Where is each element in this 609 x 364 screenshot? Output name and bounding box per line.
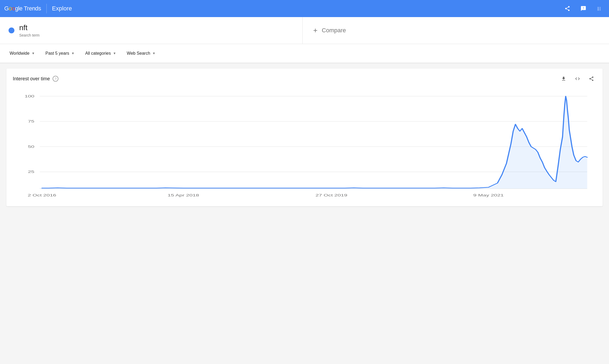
chart-area-fill <box>40 96 587 189</box>
y-label-25: 25 <box>28 170 34 174</box>
chart-header: Interest over time ? <box>6 69 603 88</box>
search-term-box[interactable]: nft Search term <box>0 17 303 44</box>
feedback-icon[interactable] <box>578 3 589 14</box>
header-divider <box>46 4 47 13</box>
apps-icon[interactable] <box>594 3 605 14</box>
google-trends-logo[interactable]: Google Trends <box>4 5 41 12</box>
x-label-2019: 27 Oct 2019 <box>315 193 347 197</box>
chart-title-area: Interest over time ? <box>13 76 58 82</box>
logo-text: Google Trends <box>4 5 41 12</box>
y-label-50: 50 <box>28 145 34 149</box>
interest-over-time-card: Interest over time ? <box>6 69 603 206</box>
header-icons <box>562 3 605 14</box>
location-chevron-icon: ▼ <box>31 52 35 55</box>
x-label-2018: 15 Apr 2018 <box>168 193 199 197</box>
chart-help-icon[interactable]: ? <box>53 76 58 82</box>
compare-label: Compare <box>322 27 346 34</box>
search-type-filter-label: Web Search <box>127 51 150 56</box>
chart-container: 100 75 50 25 2 Oct 2016 15 Apr 2018 27 O… <box>6 88 603 206</box>
location-filter[interactable]: Worldwide ▼ <box>5 48 39 58</box>
compare-plus-icon: + <box>313 26 318 35</box>
search-type-chevron-icon: ▼ <box>152 52 156 55</box>
interest-chart: 100 75 50 25 2 Oct 2016 15 Apr 2018 27 O… <box>13 88 596 200</box>
search-term-label: Search term <box>19 33 39 37</box>
filters-bar: Worldwide ▼ Past 5 years ▼ All categorie… <box>0 44 609 63</box>
compare-box[interactable]: + Compare <box>303 17 609 44</box>
header: Google Trends Explore <box>0 0 609 17</box>
category-filter[interactable]: All categories ▼ <box>81 48 120 58</box>
chart-svg-wrapper: 100 75 50 25 2 Oct 2016 15 Apr 2018 27 O… <box>13 88 596 200</box>
x-label-2021: 9 May 2021 <box>473 193 504 197</box>
x-label-2016: 2 Oct 2016 <box>28 193 56 197</box>
chart-title: Interest over time <box>13 76 50 82</box>
search-term-text: nft Search term <box>19 23 39 37</box>
search-term-dot <box>9 27 14 33</box>
main-content: Interest over time ? <box>0 63 609 212</box>
chart-actions <box>559 74 596 84</box>
category-chevron-icon: ▼ <box>113 52 116 55</box>
location-filter-label: Worldwide <box>10 51 29 56</box>
header-title: Explore <box>52 5 72 12</box>
search-area: nft Search term + Compare <box>0 17 609 44</box>
category-filter-label: All categories <box>85 51 111 56</box>
time-filter-label: Past 5 years <box>45 51 69 56</box>
y-label-75: 75 <box>28 119 34 123</box>
download-button[interactable] <box>559 74 568 84</box>
share-icon[interactable] <box>562 3 573 14</box>
search-term-value: nft <box>19 23 39 32</box>
search-type-filter[interactable]: Web Search ▼ <box>122 48 160 58</box>
chart-share-button[interactable] <box>587 74 596 84</box>
y-label-100: 100 <box>25 94 34 98</box>
time-filter[interactable]: Past 5 years ▼ <box>41 48 79 58</box>
time-chevron-icon: ▼ <box>71 52 74 55</box>
embed-button[interactable] <box>573 74 582 84</box>
